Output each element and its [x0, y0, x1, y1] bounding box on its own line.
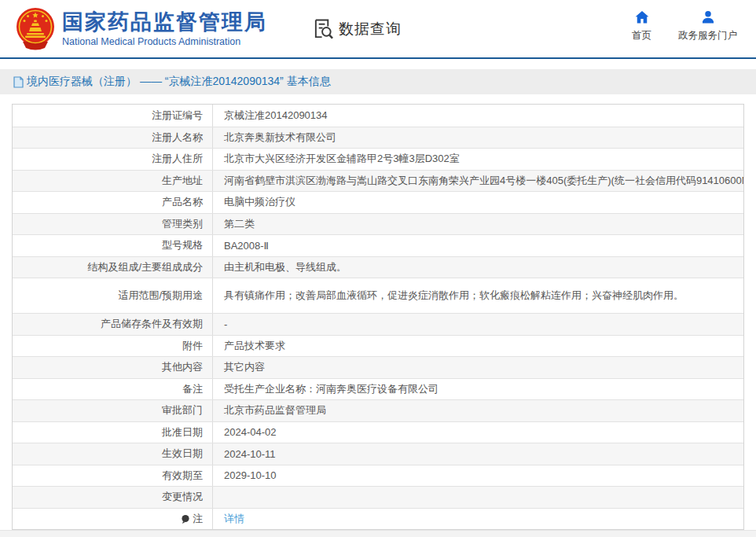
- table-row: 附件 产品技术要求: [13, 335, 743, 357]
- row-label: 其他内容: [13, 357, 213, 378]
- brand-text: 国家药品监督管理局 National Medical Products Admi…: [62, 10, 267, 47]
- nav-home[interactable]: 首页: [632, 9, 651, 42]
- row-label: 注册人住所: [13, 149, 213, 170]
- row-label: 注: [13, 509, 213, 530]
- nav-gov-portal-label: 政务服务门户: [678, 29, 737, 42]
- row-label: 管理类别: [13, 214, 213, 235]
- row-label: 注册证编号: [13, 105, 213, 127]
- breadcrumb-text: 境内医疗器械（注册） —— “京械注准20142090134” 基本信息: [27, 75, 331, 89]
- table-row: 适用范围/预期用途 具有镇痛作用；改善局部血液循环，促进炎症消散作用；软化瘢痕松…: [13, 278, 743, 313]
- row-label: 生效日期: [13, 443, 213, 465]
- row-label: 注册人名称: [13, 127, 213, 149]
- page-bottom-strip: [0, 530, 756, 537]
- row-value: 京械注准20142090134: [213, 105, 743, 127]
- row-value: 产品技术要求: [213, 336, 743, 357]
- row-label: 产品储存条件及有效期: [13, 314, 213, 335]
- top-nav: 首页 政务服务门户: [632, 9, 737, 42]
- row-label: 附件: [13, 336, 213, 357]
- row-label: 生产地址: [13, 171, 213, 192]
- row-value: 受托生产企业名称：河南奔奥医疗设备有限公司: [213, 379, 743, 400]
- row-value: 其它内容: [213, 357, 743, 378]
- table-row-note: 注 详情: [13, 508, 743, 530]
- nav-gov-portal[interactable]: 政务服务门户: [678, 9, 737, 42]
- row-label: 结构及组成/主要组成成分: [13, 257, 213, 278]
- table-row: 审批部门 北京市药品监督管理局: [13, 399, 743, 421]
- row-value: [213, 487, 743, 508]
- row-value: BA2008-Ⅱ: [213, 235, 743, 256]
- row-value: 2024-04-02: [213, 422, 743, 443]
- table-row: 有效期至 2029-10-10: [13, 465, 743, 487]
- row-value: 第二类: [213, 214, 743, 235]
- site-title: 国家药品监督管理局: [62, 10, 267, 35]
- table-row: 变更情况: [13, 486, 743, 508]
- table-row: 结构及组成/主要组成成分 由主机和电极、导线组成。: [13, 256, 743, 278]
- row-value: 2029-10-10: [213, 465, 743, 487]
- table-row: 产品名称 电脑中频治疗仪: [13, 191, 743, 213]
- page-header: 国家药品监督管理局 National Medical Products Admi…: [0, 0, 756, 57]
- table-row: 备注 受托生产企业名称：河南奔奥医疗设备有限公司: [13, 378, 743, 400]
- home-icon: [634, 9, 650, 25]
- breadcrumb: 境内医疗器械（注册） —— “京械注准20142090134” 基本信息: [0, 69, 756, 94]
- row-value: -: [213, 314, 743, 335]
- document-icon: [13, 76, 24, 88]
- site-logo[interactable]: 国家药品监督管理局 National Medical Products Admi…: [16, 7, 267, 51]
- table-row: 产品储存条件及有效期 -: [13, 313, 743, 335]
- national-emblem-icon: [16, 7, 55, 51]
- row-label-text: 注: [193, 512, 203, 526]
- row-value: 具有镇痛作用；改善局部血液循环，促进炎症消散作用；软化瘢痕松解粘连作用；兴奋神经…: [213, 278, 743, 313]
- table-row: 生产地址 河南省鹤壁市淇滨区渤海路与嵩山路交叉口东南角荣兴产业园4号楼一楼405…: [13, 170, 743, 192]
- row-label: 变更情况: [13, 487, 213, 508]
- table-row: 管理类别 第二类: [13, 213, 743, 235]
- row-value: 北京市大兴区经济开发区金辅路甲2号3幢3层D302室: [213, 149, 743, 170]
- data-query-section[interactable]: 数据查询: [313, 18, 402, 39]
- row-value: 河南省鹤壁市淇滨区渤海路与嵩山路交叉口东南角荣兴产业园4号楼一楼405(委托生产…: [213, 171, 743, 192]
- data-query-label: 数据查询: [339, 19, 402, 39]
- row-value: 北京奔奥新技术有限公司: [213, 127, 743, 149]
- row-label: 批准日期: [13, 422, 213, 443]
- nav-home-label: 首页: [632, 29, 651, 42]
- site-subtitle: National Medical Products Administration: [62, 36, 267, 47]
- document-search-icon: [313, 18, 334, 39]
- details-link[interactable]: 详情: [224, 512, 244, 526]
- row-label: 适用范围/预期用途: [13, 278, 213, 313]
- row-label: 有效期至: [13, 465, 213, 487]
- row-value: 北京市药品监督管理局: [213, 400, 743, 421]
- spacer: [0, 59, 756, 69]
- row-label: 产品名称: [13, 192, 213, 213]
- row-value: 2024-10-11: [213, 443, 743, 465]
- row-value: 电脑中频治疗仪: [213, 192, 743, 213]
- row-label: 型号规格: [13, 235, 213, 256]
- table-row: 注册证编号 京械注准20142090134: [13, 105, 743, 127]
- user-icon: [700, 9, 716, 25]
- row-label: 审批部门: [13, 400, 213, 421]
- table-row: 注册人名称 北京奔奥新技术有限公司: [13, 127, 743, 149]
- table-row: 型号规格 BA2008-Ⅱ: [13, 234, 743, 256]
- table-row: 注册人住所 北京市大兴区经济开发区金辅路甲2号3幢3层D302室: [13, 148, 743, 170]
- row-value: 详情: [213, 509, 743, 530]
- comment-icon: [181, 514, 190, 524]
- row-label: 备注: [13, 379, 213, 400]
- registration-info-table: 注册证编号 京械注准20142090134 注册人名称 北京奔奥新技术有限公司 …: [12, 104, 744, 530]
- table-row: 生效日期 2024-10-11: [13, 443, 743, 465]
- table-row: 批准日期 2024-04-02: [13, 421, 743, 443]
- table-row: 其他内容 其它内容: [13, 356, 743, 378]
- row-value: 由主机和电极、导线组成。: [213, 257, 743, 278]
